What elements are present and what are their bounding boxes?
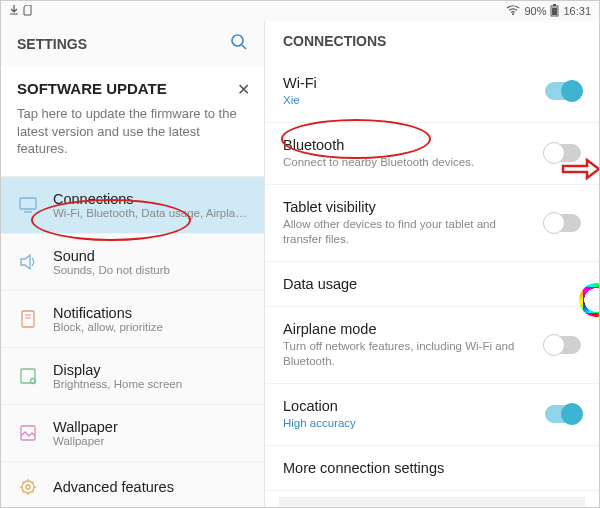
connection-item-airplane-mode[interactable]: Airplane modeTurn off network features, …	[265, 307, 599, 384]
connection-item-location[interactable]: LocationHigh accuracy	[265, 384, 599, 446]
connection-item-bluetooth[interactable]: BluetoothConnect to nearby Bluetooth dev…	[265, 123, 599, 185]
looking-for-card: LOOKING FOR SOMETHING ELSE?SAMSUNG CLOUD	[279, 497, 585, 507]
svg-rect-2	[553, 4, 556, 6]
sidebar-item-connections[interactable]: ConnectionsWi-Fi, Bluetooth, Data usage,…	[1, 177, 264, 234]
sound-icon	[17, 251, 39, 273]
sidebar-item-sound[interactable]: SoundSounds, Do not disturb	[1, 234, 264, 291]
advanced-icon	[17, 476, 39, 498]
category-title: Advanced features	[53, 479, 248, 495]
category-title: Display	[53, 362, 248, 378]
svg-rect-6	[20, 198, 36, 209]
connection-title: Location	[283, 398, 535, 414]
download-icon	[9, 5, 19, 17]
connection-item-tablet-visibility[interactable]: Tablet visibilityAllow other devices to …	[265, 185, 599, 262]
wallpaper-icon	[17, 422, 39, 444]
software-update-title: SOFTWARE UPDATE	[17, 80, 248, 97]
connection-sub: Allow other devices to find your tablet …	[283, 217, 535, 247]
search-icon[interactable]	[230, 33, 248, 54]
connection-title: Data usage	[283, 276, 581, 292]
connection-title: More connection settings	[283, 460, 581, 476]
category-list: ConnectionsWi-Fi, Bluetooth, Data usage,…	[1, 177, 264, 507]
svg-rect-8	[22, 311, 34, 327]
category-sub: Sounds, Do not disturb	[53, 264, 248, 276]
clock: 16:31	[563, 5, 591, 17]
category-title: Wallpaper	[53, 419, 248, 435]
display-icon	[17, 365, 39, 387]
svg-point-0	[512, 13, 514, 15]
battery-percent: 90%	[524, 5, 546, 17]
connection-item-wi-fi[interactable]: Wi-FiXie	[265, 61, 599, 123]
svg-line-5	[242, 45, 246, 49]
sidebar-item-notifications[interactable]: NotificationsBlock, allow, prioritize	[1, 291, 264, 348]
toggle-switch[interactable]	[545, 214, 581, 232]
sidebar-item-display[interactable]: DisplayBrightness, Home screen	[1, 348, 264, 405]
connection-title: Bluetooth	[283, 137, 535, 153]
settings-header: SETTINGS	[1, 21, 264, 66]
connection-sub: Turn off network features, including Wi-…	[283, 339, 535, 369]
connections-list: Wi-FiXieBluetoothConnect to nearby Bluet…	[265, 61, 599, 507]
connection-sub: Xie	[283, 93, 535, 108]
connections-pane: CONNECTIONS Wi-FiXieBluetoothConnect to …	[265, 21, 599, 507]
toggle-switch[interactable]	[545, 82, 581, 100]
notifications-icon	[17, 308, 39, 330]
connection-item-data-usage[interactable]: Data usage	[265, 262, 599, 307]
software-update-card[interactable]: SOFTWARE UPDATE Tap here to update the f…	[1, 66, 264, 177]
svg-rect-3	[552, 7, 557, 15]
connection-item-more-connection-settings[interactable]: More connection settings	[265, 446, 599, 491]
close-icon[interactable]: ✕	[237, 80, 250, 99]
toggle-switch[interactable]	[545, 405, 581, 423]
category-sub: Brightness, Home screen	[53, 378, 248, 390]
connections-title: CONNECTIONS	[283, 33, 386, 49]
category-sub: Wi-Fi, Bluetooth, Data usage, Airplane m…	[53, 207, 248, 219]
connection-sub: Connect to nearby Bluetooth devices.	[283, 155, 535, 170]
toggle-switch[interactable]	[545, 144, 581, 162]
connection-title: Wi-Fi	[283, 75, 535, 91]
svg-point-15	[26, 485, 30, 489]
category-title: Sound	[53, 248, 248, 264]
category-sub: Block, allow, prioritize	[53, 321, 248, 333]
category-title: Connections	[53, 191, 248, 207]
wifi-icon	[506, 5, 520, 17]
connections-icon	[17, 194, 39, 216]
connections-header: CONNECTIONS	[265, 21, 599, 61]
software-update-body: Tap here to update the firmware to the l…	[17, 105, 248, 158]
category-title: Notifications	[53, 305, 248, 321]
settings-title: SETTINGS	[17, 36, 87, 52]
status-bar: 90% 16:31	[1, 1, 599, 21]
connection-title: Airplane mode	[283, 321, 535, 337]
category-sub: Wallpaper	[53, 435, 248, 447]
connection-title: Tablet visibility	[283, 199, 535, 215]
svg-rect-11	[21, 369, 35, 383]
sidebar-item-advanced-features[interactable]: Advanced features	[1, 462, 264, 507]
connection-sub: High accuracy	[283, 416, 535, 431]
toggle-switch[interactable]	[545, 336, 581, 354]
sdcard-icon	[23, 5, 32, 18]
settings-sidebar: SETTINGS SOFTWARE UPDATE Tap here to upd…	[1, 21, 265, 507]
svg-point-4	[232, 35, 243, 46]
battery-icon	[550, 4, 559, 19]
sidebar-item-wallpaper[interactable]: WallpaperWallpaper	[1, 405, 264, 462]
